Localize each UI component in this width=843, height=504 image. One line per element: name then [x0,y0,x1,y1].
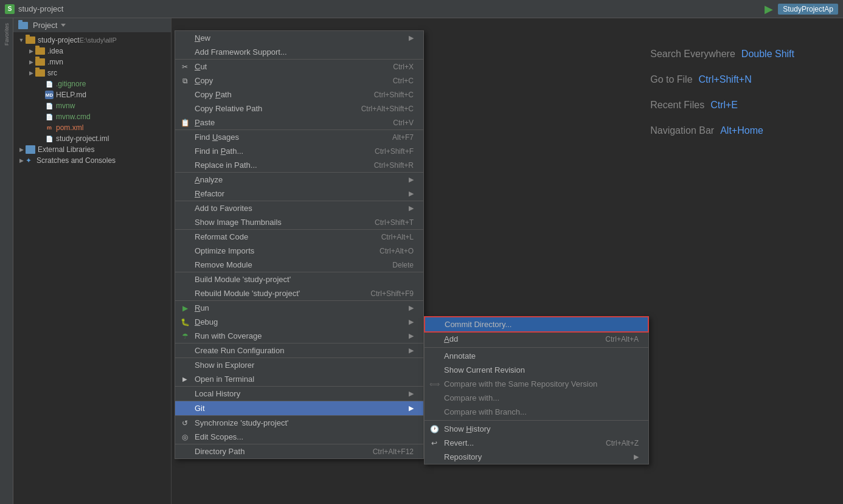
menu-item-find-usages[interactable]: Find Usages Alt+F7 [175,130,423,144]
menu-run-coverage-arrow: ▶ [409,332,414,340]
menu-synchronize-label: Synchronize 'study-project' [195,418,414,427]
tree-item-scratches[interactable]: ✦ Scratches and Consoles [13,155,171,166]
menu-add-framework-label: Add Framework Support... [195,47,414,57]
menu-copy-relative-shortcut: Ctrl+Alt+Shift+C [361,105,414,113]
app-label: StudyProjectAp [778,4,838,15]
menu-item-create-run-config[interactable]: Create Run Configuration ▶ [175,343,423,358]
menu-item-show-thumbnails[interactable]: Show Image Thumbnails Ctrl+Shift+T [175,215,423,230]
menu-item-rebuild-module[interactable]: Rebuild Module 'study-project' Ctrl+Shif… [175,286,423,301]
hint-goto-shortcut: Ctrl+Shift+N [699,74,752,85]
menu-add-favorites-label: Add to Favorites [195,204,404,213]
menu-local-history-label: Local History [195,389,404,398]
git-submenu-item-compare-branch[interactable]: Compare with Branch... [425,405,648,419]
green-arrow-icon[interactable]: ▶ [765,2,773,16]
menu-item-new[interactable]: New ▶ [175,31,423,45]
git-annotate-label: Annotate [444,351,639,361]
ext-libs-label: External Libraries [38,145,94,154]
menu-item-build-module[interactable]: Build Module 'study-project' [175,272,423,286]
menu-item-synchronize[interactable]: ↺ Synchronize 'study-project' [175,416,423,430]
menu-create-run-config-label: Create Run Configuration [195,346,404,355]
context-menu[interactable]: New ▶ Add Framework Support... ✂ Cut Ctr… [175,30,424,459]
leaf-iml [38,136,44,142]
git-revert-label: Revert... [444,438,596,447]
tree-item-pomxml[interactable]: m pom.xml [13,122,171,133]
expand-arrow-scratches [18,157,24,164]
menu-copy-path-shortcut: Ctrl+Shift+C [374,91,414,99]
menu-item-refactor[interactable]: Refactor ▶ [175,187,423,201]
menu-item-find-in-path[interactable]: Find in Path... Ctrl+Shift+F [175,144,423,158]
menu-item-run[interactable]: ▶ Run ▶ [175,301,423,315]
root-folder-icon [26,36,35,44]
git-submenu[interactable]: Commit Directory... Add Ctrl+Alt+A Annot… [424,316,649,464]
git-submenu-item-compare-same[interactable]: ⟺ Compare with the Same Repository Versi… [425,377,648,391]
git-compare-same-label: Compare with the Same Repository Version [444,379,639,388]
tree-item-gitignore[interactable]: 📄 .gitignore [13,78,171,89]
menu-item-show-explorer[interactable]: Show in Explorer [175,358,423,372]
menu-directory-path-shortcut: Ctrl+Alt+F12 [373,447,414,456]
sidebar-strip: Favorites [0,18,13,504]
menu-item-remove-module[interactable]: Remove Module Delete [175,258,423,272]
menu-directory-path-label: Directory Path [195,447,358,456]
menu-item-copy-relative[interactable]: Copy Relative Path Ctrl+Alt+Shift+C [175,102,423,116]
menu-debug-arrow: ▶ [409,318,414,326]
project-header[interactable]: Project [13,18,171,32]
menu-local-history-arrow: ▶ [409,390,414,398]
menu-item-add-framework[interactable]: Add Framework Support... [175,45,423,60]
git-submenu-item-commit[interactable]: Commit Directory... [424,316,649,333]
tree-item-mvnw[interactable]: 📄 mvnw [13,100,171,111]
git-submenu-item-compare-with[interactable]: Compare with... [425,391,648,405]
git-submenu-item-show-history[interactable]: 🕐 Show History [425,422,648,436]
menu-item-replace-in-path[interactable]: Replace in Path... Ctrl+Shift+R [175,158,423,173]
leaf-mvnw [38,103,44,109]
menu-item-cut[interactable]: ✂ Cut Ctrl+X [175,60,423,74]
menu-copy-label: Copy [195,76,378,85]
menu-item-analyze[interactable]: Analyze ▶ [175,173,423,187]
gitignore-icon: 📄 [45,80,54,88]
mvnwcmd-icon: 📄 [45,112,54,121]
tree-item-mvnwcmd[interactable]: 📄 mvnw.cmd [13,111,171,122]
menu-show-explorer-label: Show in Explorer [195,361,414,370]
menu-item-git[interactable]: Git ▶ [175,401,423,416]
menu-item-optimize[interactable]: Optimize Imports Ctrl+Alt+O [175,244,423,258]
tree-item-root[interactable]: study-project E:\study\allP [13,35,171,46]
menu-replace-in-path-shortcut: Ctrl+Shift+R [374,161,414,170]
git-submenu-item-repository[interactable]: Repository ▶ [425,450,648,464]
git-submenu-item-annotate[interactable]: Annotate [425,349,648,363]
menu-item-add-favorites[interactable]: Add to Favorites ▶ [175,201,423,215]
menu-new-label: New [195,33,404,43]
project-tree: study-project E:\study\allP .idea .mvn s… [13,32,171,504]
helpmd-label: HELP.md [56,91,86,99]
git-submenu-item-revert[interactable]: ↩ Revert... Ctrl+Alt+Z [425,436,648,450]
tree-item-mvn[interactable]: .mvn [13,57,171,67]
git-submenu-item-add[interactable]: Add Ctrl+Alt+A [425,332,648,346]
menu-copy-shortcut: Ctrl+C [393,77,414,85]
menu-remove-module-shortcut: Delete [392,261,414,269]
menu-paste-label: Paste [195,118,378,127]
revert-icon: ↩ [429,438,439,448]
menu-item-reformat[interactable]: Reformat Code Ctrl+Alt+L [175,230,423,244]
tree-item-helpmd[interactable]: MD HELP.md [13,89,171,100]
menu-analyze-arrow: ▶ [409,176,414,184]
menu-item-edit-scopes[interactable]: ◎ Edit Scopes... [175,430,423,444]
git-submenu-item-show-revision[interactable]: Show Current Revision [425,363,648,377]
menu-item-copy[interactable]: ⧉ Copy Ctrl+C [175,74,423,88]
menu-git-label: Git [195,404,404,413]
tree-item-src[interactable]: src [13,67,171,78]
tree-item-ext-libs[interactable]: External Libraries [13,144,171,155]
md-icon: MD [45,91,54,99]
tree-item-iml[interactable]: 📄 study-project.iml [13,133,171,144]
leaf-gitignore [38,81,44,87]
hint-search-shortcut: Double Shift [741,49,794,60]
menu-item-copy-path[interactable]: Copy Path Ctrl+Shift+C [175,88,423,102]
idea-label: .idea [47,47,63,55]
sidebar-strip-favorites[interactable]: Favorites [2,21,11,48]
menu-item-run-coverage[interactable]: ☂ Run with Coverage ▶ [175,329,423,343]
menu-item-directory-path[interactable]: Directory Path Ctrl+Alt+F12 [175,444,423,458]
menu-item-local-history[interactable]: Local History ▶ [175,387,423,401]
menu-item-paste[interactable]: 📋 Paste Ctrl+V [175,116,423,130]
hint-recent: Recent Files Ctrl+E [650,100,794,111]
tree-item-idea[interactable]: .idea [13,46,171,57]
menu-item-debug[interactable]: 🐛 Debug ▶ [175,315,423,329]
hint-goto: Go to File Ctrl+Shift+N [650,74,794,85]
menu-item-open-terminal[interactable]: ▶ Open in Terminal [175,372,423,387]
